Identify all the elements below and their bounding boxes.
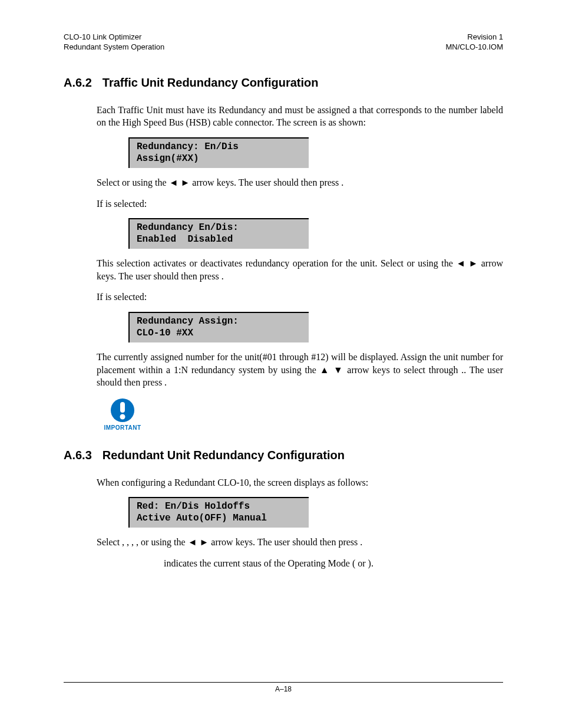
section-title: Redundant Unit Redundancy Configuration: [103, 449, 345, 462]
page-number: A–18: [64, 683, 503, 693]
header-left: CLO-10 Link Optimizer Redundant System O…: [64, 32, 164, 52]
screen-redundancy-assign: Redundancy Assign: CLO-10 #XX: [128, 312, 309, 342]
a62-intro: Each Traffic Unit must have its Redundan…: [64, 104, 503, 129]
svg-rect-1: [120, 402, 125, 413]
svg-point-2: [120, 414, 125, 419]
header-subject: Redundant System Operation: [64, 42, 164, 52]
section-number: A.6.3: [64, 449, 92, 462]
a63-intro: When configuring a Redundant CLO-10, the…: [64, 476, 503, 489]
section-number: A.6.2: [64, 76, 92, 90]
section-heading-a62: A.6.2 Traffic Unit Redundancy Configurat…: [64, 76, 503, 90]
a63-select-line: Select , , , , or using the ◄ ► arrow ke…: [64, 536, 503, 549]
a62-if-endis: If is selected:: [64, 197, 503, 210]
screen-redundancy-main: Redundancy: En/Dis Assign(#XX): [128, 137, 309, 168]
header-revision: Revision 1: [445, 32, 503, 42]
important-icon: [110, 397, 135, 423]
page-header: CLO-10 Link Optimizer Redundant System O…: [64, 32, 503, 52]
a62-activate-line: This selection activates or deactivates …: [64, 257, 503, 282]
a62-if-assign: If is selected:: [64, 291, 503, 304]
header-product: CLO-10 Link Optimizer: [64, 32, 164, 42]
header-docnum: MN/CLO-10.IOM: [445, 42, 503, 52]
page-container: CLO-10 Link Optimizer Redundant System O…: [0, 0, 562, 728]
section-heading-a63: A.6.3 Redundant Unit Redundancy Configur…: [64, 449, 503, 462]
important-callout: IMPORTANT: [101, 397, 144, 431]
screen-red-main: Red: En/Dis Holdoffs Active Auto(OFF) Ma…: [128, 497, 309, 528]
a63-note-line: indicates the current staus of the Opera…: [64, 557, 503, 570]
screen-redundancy-endis: Redundancy En/Dis: Enabled Disabled: [128, 218, 309, 249]
a62-assign-line: The currently assigned number for the un…: [64, 351, 503, 389]
a62-select-line: Select or using the ◄ ► arrow keys. The …: [64, 176, 503, 189]
section-title: Traffic Unit Redundancy Configuration: [103, 76, 319, 90]
header-right: Revision 1 MN/CLO-10.IOM: [445, 32, 503, 52]
important-label: IMPORTANT: [104, 424, 141, 431]
